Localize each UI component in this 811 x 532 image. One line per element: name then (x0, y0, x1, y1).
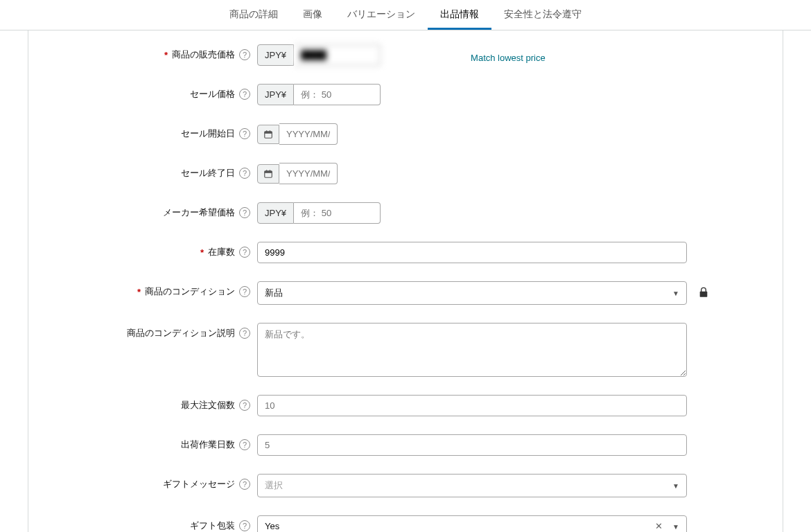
tab-variations[interactable]: バリエーション (335, 0, 428, 30)
label-condition-note: 商品のコンディション説明 (127, 327, 235, 339)
label-msrp: メーカー希望価格 (163, 206, 235, 219)
label-price: 商品の販売価格 (172, 48, 235, 61)
sale-end-input[interactable] (279, 163, 338, 184)
chevron-down-icon: ▼ (672, 290, 679, 297)
price-input[interactable] (294, 44, 381, 66)
chevron-down-icon: ▼ (672, 482, 679, 490)
label-gift-wrap: ギフト包装 (190, 520, 235, 532)
label-sale-end: セール終了日 (181, 167, 235, 179)
label-sale-start: セール開始日 (181, 127, 235, 140)
tab-offer[interactable]: 出品情報 (428, 0, 491, 30)
help-icon[interactable]: ? (239, 520, 250, 531)
sale-start-input[interactable] (279, 123, 338, 145)
help-icon[interactable]: ? (239, 247, 250, 258)
label-handling-days: 出荷作業日数 (181, 438, 235, 451)
gift-wrap-value: Yes (265, 521, 279, 531)
lock-icon (698, 286, 709, 301)
gift-wrap-select[interactable]: Yes ✕ ▼ (257, 515, 687, 532)
msrp-input[interactable] (294, 202, 381, 224)
label-stock: 在庫数 (208, 246, 235, 258)
condition-select[interactable]: 新品 ▼ (257, 281, 687, 305)
help-icon[interactable]: ? (239, 168, 250, 179)
currency-prefix: JPY¥ (257, 44, 294, 66)
gift-message-select[interactable]: 選択 ▼ (257, 474, 687, 497)
label-sale-price: セール価格 (190, 88, 235, 100)
required-mark: * (137, 287, 141, 297)
stock-input[interactable] (257, 242, 687, 263)
chevron-down-icon: ▼ (672, 523, 679, 531)
tab-details[interactable]: 商品の詳細 (217, 0, 290, 30)
help-icon[interactable]: ? (239, 328, 250, 339)
gift-message-placeholder: 選択 (265, 479, 283, 492)
help-icon[interactable]: ? (239, 128, 250, 139)
condition-value: 新品 (265, 287, 283, 299)
help-icon[interactable]: ? (239, 207, 250, 218)
condition-note-input[interactable] (257, 323, 687, 377)
max-order-input[interactable] (257, 395, 687, 416)
currency-prefix: JPY¥ (257, 202, 294, 224)
help-icon[interactable]: ? (239, 49, 250, 60)
label-condition: 商品のコンディション (145, 285, 235, 298)
required-mark: * (200, 247, 204, 258)
help-icon[interactable]: ? (239, 400, 250, 411)
help-icon[interactable]: ? (239, 89, 250, 100)
form-panel: * 商品の販売価格 ? JPY¥ Match lowest price セール価… (28, 30, 783, 532)
help-icon[interactable]: ? (239, 286, 250, 297)
help-icon[interactable]: ? (239, 439, 250, 450)
currency-prefix: JPY¥ (257, 84, 294, 105)
tab-bar: 商品の詳細 画像 バリエーション 出品情報 安全性と法令遵守 (0, 0, 811, 30)
help-icon[interactable]: ? (239, 479, 250, 490)
svg-rect-1 (265, 131, 272, 133)
label-max-order: 最大注文個数 (181, 399, 235, 411)
tab-images[interactable]: 画像 (290, 0, 335, 30)
sale-price-input[interactable] (294, 84, 381, 105)
match-lowest-link[interactable]: Match lowest price (471, 47, 546, 63)
label-gift-message: ギフトメッセージ (163, 478, 235, 490)
calendar-icon[interactable] (257, 125, 279, 144)
svg-rect-5 (265, 170, 272, 172)
calendar-icon[interactable] (257, 164, 279, 184)
handling-days-input[interactable] (257, 434, 687, 456)
clear-icon[interactable]: ✕ (655, 521, 663, 531)
tab-safety[interactable]: 安全性と法令遵守 (491, 0, 594, 30)
required-mark: * (164, 50, 168, 60)
